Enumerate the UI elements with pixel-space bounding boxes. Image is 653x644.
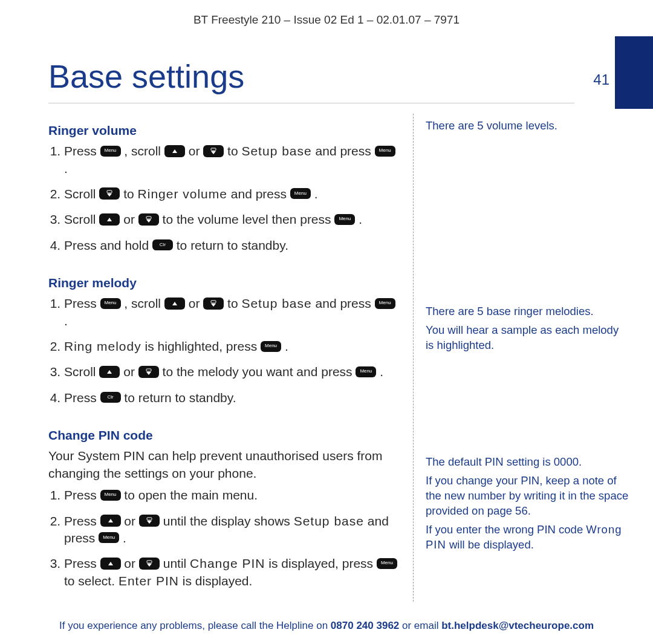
- menu-key-icon: Menu: [261, 341, 281, 352]
- helpdesk-email: bt.helpdesk@vtecheurope.com: [441, 620, 594, 631]
- down-book-key-icon: [139, 558, 160, 570]
- text: or: [124, 556, 139, 570]
- clr-key-icon: Clr: [152, 239, 173, 250]
- footer: If you experience any problems, please c…: [0, 619, 653, 633]
- up-key-icon: [100, 515, 121, 527]
- helpline-phone: 0870 240 3962: [331, 620, 399, 631]
- svg-rect-6: [146, 216, 151, 219]
- svg-marker-0: [172, 149, 177, 153]
- text: .: [123, 531, 126, 545]
- svg-marker-16: [147, 521, 152, 524]
- svg-marker-11: [107, 370, 112, 374]
- text: Press and hold: [64, 238, 152, 252]
- text: .: [359, 212, 362, 226]
- text: until the display shows: [163, 514, 294, 528]
- lcd-text: Ring melody: [64, 339, 141, 353]
- svg-marker-7: [146, 220, 151, 223]
- svg-rect-18: [147, 561, 152, 563]
- side-note: If you enter the wrong PIN code Wrong PI…: [426, 522, 629, 553]
- text: to: [227, 296, 241, 310]
- svg-marker-19: [147, 564, 152, 567]
- lcd-text: Enter PIN: [119, 574, 179, 588]
- svg-rect-3: [107, 190, 112, 193]
- text: or: [189, 296, 204, 310]
- menu-key-icon: Menu: [290, 188, 311, 199]
- text: and press: [316, 296, 375, 310]
- text: Press: [64, 556, 100, 570]
- down-book-key-icon: [203, 145, 224, 157]
- text: to select.: [64, 574, 119, 588]
- lcd-text: Change PIN: [190, 556, 265, 570]
- menu-key-icon: Menu: [99, 532, 119, 543]
- text: .: [314, 187, 318, 201]
- menu-key-icon: Menu: [100, 146, 121, 157]
- down-book-key-icon: [138, 213, 159, 226]
- text: to return to standby.: [177, 238, 288, 252]
- menu-key-icon: Menu: [334, 214, 355, 225]
- up-key-icon: [164, 145, 185, 157]
- down-book-key-icon: [139, 515, 160, 527]
- menu-key-icon: Menu: [377, 558, 397, 569]
- clr-key-icon: Clr: [100, 392, 121, 403]
- heading-ringer-volume: Ringer volume: [48, 122, 400, 139]
- step: Press Clr to return to standby.: [64, 389, 400, 406]
- step: Press or until the display shows Setup b…: [64, 513, 400, 547]
- svg-marker-14: [108, 519, 113, 522]
- menu-key-icon: Menu: [100, 298, 121, 309]
- heading-ringer-melody: Ringer melody: [48, 275, 400, 291]
- step: Scroll to Ringer volume and press Menu .: [64, 186, 400, 203]
- main-column: Ringer volume Press Menu , scroll or to …: [48, 114, 413, 602]
- page-number: 41: [593, 70, 609, 89]
- footer-text: or email: [402, 620, 441, 631]
- text: and press: [316, 144, 375, 158]
- svg-marker-5: [107, 218, 112, 221]
- step: Press Menu , scroll or to Setup base and…: [64, 295, 400, 330]
- side-note: If you change your PIN, keep a note of t…: [426, 473, 629, 519]
- doc-header: BT Freestyle 210 – Issue 02 Ed 1 – 02.01…: [0, 12, 653, 28]
- text: is displayed.: [183, 574, 253, 588]
- pin-intro: Your System PIN can help prevent unautho…: [48, 447, 400, 482]
- title-rule: [48, 103, 574, 103]
- text: Press: [64, 391, 100, 405]
- svg-marker-10: [211, 304, 216, 307]
- down-book-key-icon: [138, 366, 159, 378]
- step: Scroll or to the melody you want and pre…: [64, 363, 400, 380]
- side-note: There are 5 base ringer melodies.: [426, 304, 629, 319]
- side-note: There are 5 volume levels.: [426, 119, 629, 134]
- svg-marker-8: [172, 302, 177, 305]
- side-note: The default PIN setting is 0000.: [426, 455, 629, 470]
- menu-key-icon: Menu: [356, 366, 376, 377]
- text: until: [163, 556, 190, 570]
- text: or: [123, 365, 138, 379]
- text: .: [285, 339, 288, 353]
- svg-marker-13: [146, 372, 151, 375]
- svg-rect-15: [147, 518, 152, 520]
- svg-rect-9: [211, 301, 216, 303]
- steps-change-pin: Press Menu to open the main menu. Press …: [48, 487, 400, 590]
- svg-rect-1: [211, 148, 216, 151]
- menu-key-icon: Menu: [375, 298, 395, 309]
- up-key-icon: [164, 298, 185, 310]
- text: Press: [64, 296, 100, 310]
- text: , scroll: [124, 144, 164, 158]
- steps-ringer-melody: Press Menu , scroll or to Setup base and…: [48, 295, 400, 406]
- lcd-text: Setup base: [241, 296, 311, 310]
- step: Press or until Change PIN is displayed, …: [64, 555, 400, 590]
- text: to: [123, 187, 137, 201]
- text: .: [64, 314, 68, 328]
- svg-marker-4: [107, 194, 112, 197]
- lcd-text: Setup base: [241, 144, 311, 158]
- text: or: [123, 212, 138, 226]
- up-key-icon: [100, 558, 121, 570]
- text: to return to standby.: [124, 391, 236, 405]
- text: .: [64, 161, 68, 175]
- svg-marker-2: [211, 151, 216, 154]
- svg-rect-12: [146, 369, 151, 371]
- text: to open the main menu.: [124, 488, 258, 502]
- text: If you enter the wrong PIN code: [426, 523, 586, 536]
- footer-text: If you experience any problems, please c…: [59, 620, 331, 631]
- lcd-text: Setup base: [294, 514, 364, 528]
- text: Scroll: [64, 212, 99, 226]
- heading-change-pin: Change PIN code: [48, 427, 400, 444]
- step: Press Menu to open the main menu.: [64, 487, 400, 504]
